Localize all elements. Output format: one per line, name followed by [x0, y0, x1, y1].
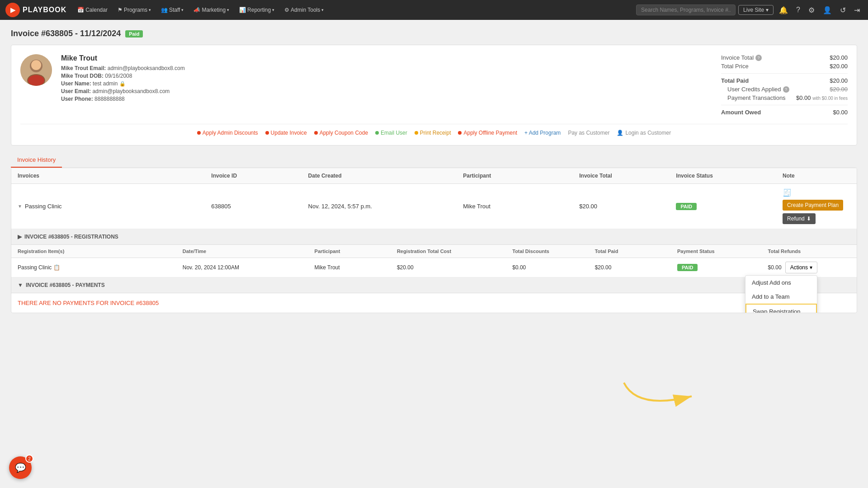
col-invoice-total: Invoice Total: [579, 173, 676, 179]
email-label: Mike Trout Email:: [61, 65, 106, 71]
customer-dob-row: Mike Trout DOB: 09/16/2008: [61, 73, 712, 79]
top-navigation: ▶ PLAYBOOK 📅 Calendar ⚑ Programs ▾ 👥 Sta…: [0, 0, 868, 20]
live-site-button[interactable]: Live Site ▾: [738, 5, 774, 15]
fees-text: with $0.00 in fees: [812, 96, 848, 101]
actions-dropdown: Adjust Add ons Add to a Team Swap Regist…: [745, 275, 817, 313]
print-receipt-button[interactable]: Print Receipt: [415, 130, 451, 136]
program-name-cell: ▼ Passing Clinic: [18, 203, 211, 210]
invoice-data-row: ▼ Passing Clinic 638805 Nov. 12, 2024, 5…: [11, 184, 857, 229]
reg-col-participant: Participant: [315, 249, 397, 254]
apply-coupon-code-button[interactable]: Apply Coupon Code: [314, 130, 368, 136]
user-icon: 👤: [617, 130, 623, 136]
amount-owed-label: Amount Owed: [721, 109, 761, 116]
divider: [721, 105, 848, 105]
avatar-image: [20, 54, 52, 86]
reg-cost-cell: $20.00: [397, 264, 512, 271]
paid-status-badge: PAID: [676, 203, 696, 210]
add-to-team-item[interactable]: Add to a Team: [745, 290, 817, 304]
username-row: User Name: test admin 🔒: [61, 80, 712, 87]
reg-refunds-actions-cell: $0.00 Actions ▾ Adjust Add ons Add to a …: [768, 262, 850, 273]
refund-button[interactable]: Refund ⬇: [783, 213, 816, 224]
tab-invoice-history[interactable]: Invoice History: [11, 153, 62, 168]
reg-datetime-cell: Nov. 20, 2024 12:00AM: [183, 264, 315, 271]
add-program-button[interactable]: + Add Program: [524, 130, 561, 136]
svg-point-3: [31, 60, 41, 70]
tools-icon: ⚙: [284, 7, 289, 13]
reg-col-total-cost: Registration Total Cost: [397, 249, 512, 254]
reg-col-total-paid: Total Paid: [595, 249, 677, 254]
col-invoice-id: Invoice ID: [211, 173, 308, 179]
total-price-value: $20.00: [830, 63, 848, 70]
info-icon[interactable]: ?: [783, 86, 789, 93]
apply-offline-payment-button[interactable]: Apply Offline Payment: [458, 130, 517, 136]
logout-icon[interactable]: ⇥: [851, 6, 863, 14]
user-phone-label: User Phone:: [61, 96, 93, 102]
logo-text: PLAYBOOK: [23, 6, 66, 14]
admin-icon: 🔒: [119, 81, 126, 86]
user-icon[interactable]: 👤: [820, 6, 835, 14]
chevron-down-icon: ▾: [766, 7, 769, 13]
create-payment-plan-button[interactable]: Create Payment Plan: [783, 200, 843, 211]
swap-registration-item[interactable]: Swap Registration: [745, 304, 817, 313]
chevron-down-icon: ▾: [321, 8, 324, 12]
nav-calendar[interactable]: 📅 Calendar: [74, 5, 111, 15]
transactions-row: Payment Transactions $0.00 with $0.00 in…: [721, 94, 848, 101]
total-price-row: Total Price $20.00: [721, 63, 848, 70]
notifications-icon[interactable]: 🔔: [776, 6, 791, 14]
reg-paid-cell: $20.00: [595, 264, 677, 271]
date-created-cell: Nov. 12, 2024, 5:57 p.m.: [308, 203, 463, 210]
pay-as-customer-button[interactable]: Pay as Customer: [568, 130, 609, 136]
invoice-id-cell: 638805: [211, 203, 308, 210]
credits-label: User Credits Applied ?: [727, 86, 789, 93]
chevron-down-icon: ▾: [227, 8, 229, 12]
customer-name: Mike Trout: [61, 54, 712, 62]
login-as-customer-button[interactable]: 👤 Login as Customer: [617, 130, 671, 136]
info-icon[interactable]: ?: [755, 55, 762, 61]
reg-participant-cell: Mike Trout: [315, 264, 397, 271]
adjust-addons-item[interactable]: Adjust Add ons: [745, 276, 817, 290]
calendar-icon: 📅: [77, 7, 84, 13]
chevron-down-icon: ▾: [181, 8, 184, 12]
user-phone-value: 8888888888: [94, 96, 125, 102]
username-label: User Name:: [61, 80, 91, 87]
reg-col-item: Registration Item(s): [18, 249, 183, 254]
logo[interactable]: ▶ PLAYBOOK: [5, 3, 66, 17]
col-date-created: Date Created: [308, 173, 463, 179]
settings-icon[interactable]: ⚙: [806, 6, 817, 14]
col-note: Note: [783, 173, 850, 179]
update-invoice-button[interactable]: Update Invoice: [265, 130, 307, 136]
tabs: Invoice History: [11, 153, 857, 168]
registrations-table-header: Registration Item(s) Date/Time Participa…: [11, 245, 857, 258]
chevron-down-icon: ▼: [18, 282, 23, 288]
nav-programs[interactable]: ⚑ Programs ▾: [114, 5, 155, 15]
nav-reporting[interactable]: 📊 Reporting ▾: [236, 5, 278, 15]
amount-owed-value: $0.00: [833, 109, 848, 116]
search-input[interactable]: [636, 5, 736, 15]
help-icon[interactable]: ?: [793, 6, 803, 14]
invoice-table: Invoices Invoice ID Date Created Partici…: [11, 168, 857, 313]
payments-header: ▼ INVOICE #638805 - PAYMENTS: [11, 277, 857, 293]
credits-row: User Credits Applied ? $20.00: [721, 86, 848, 93]
paid-badge: Paid: [125, 30, 143, 38]
actions-button[interactable]: Actions ▾: [785, 262, 817, 273]
apply-admin-discounts-button[interactable]: Apply Admin Discounts: [197, 130, 258, 136]
amount-owed-row: Amount Owed $0.00: [721, 109, 848, 116]
marketing-icon: 📣: [193, 7, 200, 13]
nav-admin-tools[interactable]: ⚙ Admin Tools ▾: [281, 5, 327, 15]
user-phone-row: User Phone: 8888888888: [61, 96, 712, 102]
invoice-total-label: Invoice Total ?: [721, 54, 762, 61]
note-actions-cell: 🧾 Create Payment Plan Refund ⬇: [783, 188, 850, 224]
email-user-button[interactable]: Email User: [375, 130, 407, 136]
dot-icon: [265, 131, 269, 135]
history-icon[interactable]: ↺: [837, 6, 849, 14]
nav-staff[interactable]: 👥 Staff ▾: [157, 5, 187, 15]
dot-icon: [415, 131, 418, 135]
reg-col-payment-status: Payment Status: [677, 249, 768, 254]
reg-col-datetime: Date/Time: [183, 249, 315, 254]
nav-marketing[interactable]: 📣 Marketing ▾: [190, 5, 233, 15]
chevron-down-icon: ▾: [149, 8, 151, 12]
total-paid-value: $20.00: [830, 77, 848, 84]
receipt-icon: 🧾: [783, 188, 792, 197]
staff-icon: 👥: [161, 7, 168, 13]
page-title: Invoice #638805 - 11/12/2024: [11, 29, 121, 38]
